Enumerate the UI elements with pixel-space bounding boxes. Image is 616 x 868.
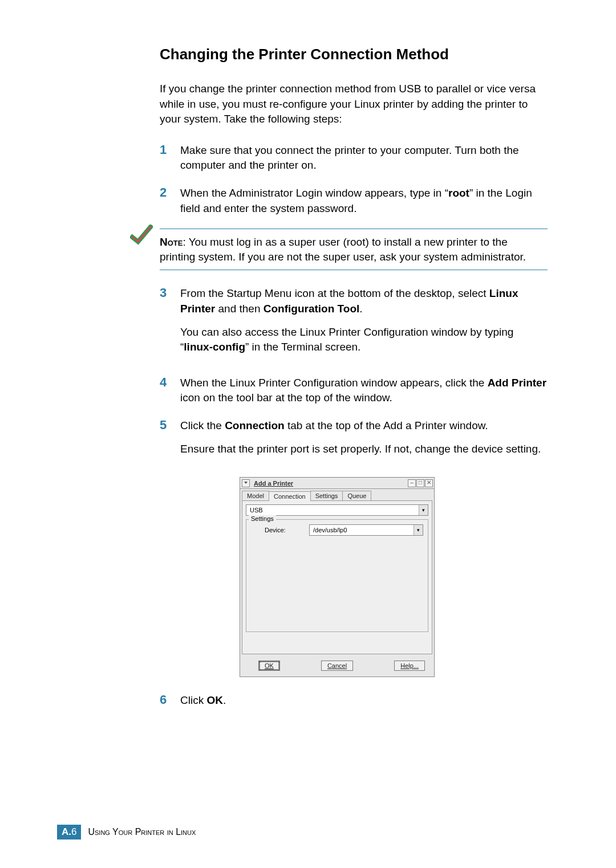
device-combo[interactable]: /dev/usb/lp0 ▾ [309,524,423,536]
page-badge: A.6 [57,825,81,840]
port-combo-value: USB [250,507,263,514]
tab-connection[interactable]: Connection [269,491,311,501]
dialog-figure: Add a Printer – □ ✕ Model Connection Set… [240,477,559,677]
step-number: 1 [160,143,178,173]
badge-letter: A. [62,826,71,837]
bold-configuration-tool: Configuration Tool [264,303,360,315]
text-fragment: Click [180,694,206,706]
page-footer: A.6 Using Your Printer in Linux [57,825,196,840]
device-combo-value: /dev/usb/lp0 [313,527,347,533]
step-3: 3 From the Startup Menu icon at the bott… [160,286,548,362]
step-6: 6 Click OK. [160,693,548,708]
tabs: Model Connection Settings Queue [240,489,434,500]
step-number: 4 [160,376,178,406]
text-fragment: icon on the tool bar at the top of the w… [180,392,392,404]
note-label: Note [160,236,183,248]
minimize-icon[interactable]: – [408,479,416,487]
step-text: Click OK. [180,693,548,708]
footer-section-title: Using Your Printer in Linux [81,825,196,840]
step-number: 6 [160,693,178,708]
section-heading: Changing the Printer Connection Method [160,46,559,63]
step-text: From the Startup Menu icon at the bottom… [180,286,548,362]
note-block: Note: You must log in as a super user (r… [160,229,548,270]
bold-add-printer: Add Printer [488,377,546,389]
badge-num: 6 [71,826,76,837]
dialog-buttons: OK Cancel Help... [240,656,434,677]
text-fragment: When the Administrator Login window appe… [180,187,448,199]
fieldset-legend: Settings [249,515,276,522]
text-fragment: and then [215,303,264,315]
port-combo[interactable]: USB ▾ [246,504,428,516]
checkmark-icon [130,225,153,247]
maximize-icon[interactable]: □ [416,479,424,487]
bold-ok: OK [206,694,223,706]
tab-settings[interactable]: Settings [310,491,343,500]
device-label: Device: [251,527,302,533]
bold-connection: Connection [225,419,285,431]
tab-model[interactable]: Model [242,491,269,500]
step-text: Click the Connection tab at the top of t… [180,418,548,464]
tab-queue[interactable]: Queue [342,491,371,500]
window-menu-icon[interactable] [242,479,250,487]
step-2: 2 When the Administrator Login window ap… [160,186,548,216]
step-text: When the Administrator Login window appe… [180,186,548,216]
help-button[interactable]: Help... [394,661,425,671]
ok-button[interactable]: OK [258,661,280,671]
window-title: Add a Printer [252,480,293,487]
cancel-button[interactable]: Cancel [321,661,353,671]
text-fragment: tab at the top of the Add a Printer wind… [285,419,488,431]
titlebar: Add a Printer – □ ✕ [240,478,434,489]
chevron-down-icon: ▾ [419,505,428,515]
text-fragment: . [223,694,226,706]
text-fragment: : You must log in as a super user (root)… [160,236,526,263]
tab-panel: USB ▾ Settings Device: /dev/usb/lp0 ▾ [242,500,432,654]
text-fragment: Click the [180,419,225,431]
text-fragment: When the Linux Printer Configuration win… [180,377,488,389]
text-fragment: ” in the Terminal screen. [245,341,360,353]
bold-root: root [448,187,469,199]
chevron-down-icon: ▾ [414,525,423,535]
note-text: Note: You must log in as a super user (r… [160,235,530,264]
intro-paragraph: If you change the printer connection met… [160,81,548,127]
settings-fieldset: Settings Device: /dev/usb/lp0 ▾ [246,519,428,632]
text-fragment: . [359,303,362,315]
step-4: 4 When the Linux Printer Configuration w… [160,376,548,406]
step-text: When the Linux Printer Configuration win… [180,376,548,406]
add-printer-dialog: Add a Printer – □ ✕ Model Connection Set… [240,477,435,677]
text-fragment: From the Startup Menu icon at the bottom… [180,287,489,299]
text-fragment: Ensure that the printer port is set prop… [180,442,548,457]
close-icon[interactable]: ✕ [425,479,433,487]
step-number: 3 [160,286,178,362]
bold-linux-config: linux-config [184,341,245,353]
step-text: Make sure that you connect the printer t… [180,143,548,173]
step-5: 5 Click the Connection tab at the top of… [160,418,548,464]
step-number: 5 [160,418,178,464]
step-1: 1 Make sure that you connect the printer… [160,143,548,173]
step-number: 2 [160,186,178,216]
